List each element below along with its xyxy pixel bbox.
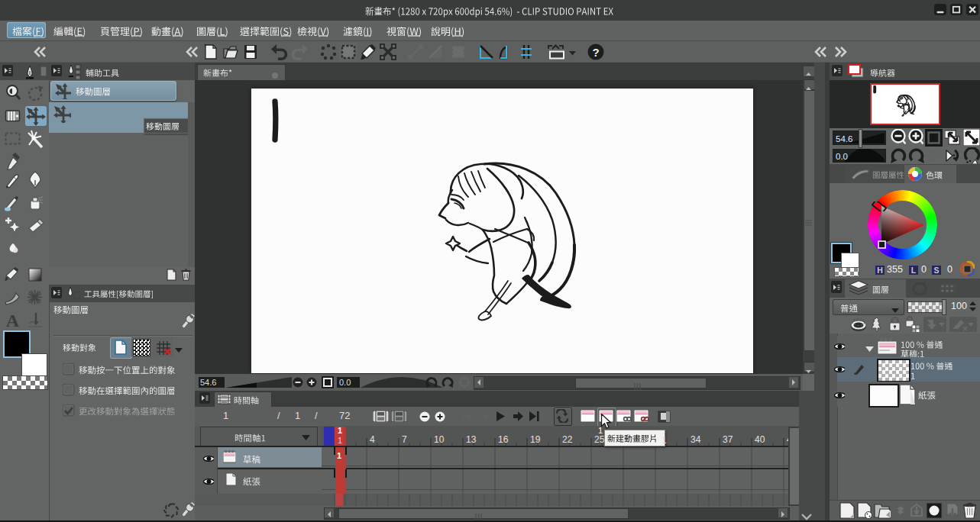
svg-text:L: L xyxy=(911,266,917,275)
svg-text:H: H xyxy=(877,266,883,275)
svg-text:S: S xyxy=(933,266,939,275)
svg-text:A: A xyxy=(6,311,20,330)
svg-text:?: ? xyxy=(592,46,599,59)
svg-text:54.6: 54.6 xyxy=(836,134,852,143)
svg-text:0.0: 0.0 xyxy=(836,152,848,161)
